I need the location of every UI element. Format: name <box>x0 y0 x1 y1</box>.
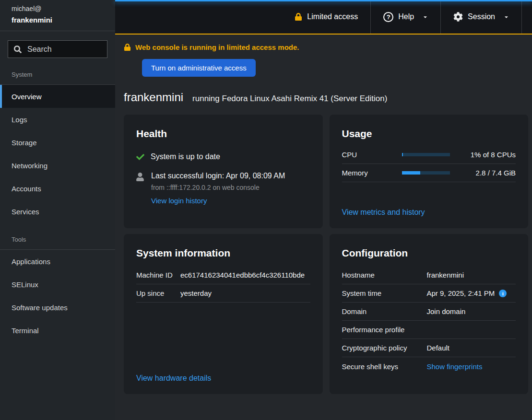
system-time-value: Apr 9, 2025, 2:41 PM i <box>427 289 516 297</box>
user-icon <box>136 173 144 181</box>
username-label: michael@ <box>12 5 104 12</box>
configuration-card-title: Configuration <box>342 247 516 259</box>
nav-section-tools: Tools Applications SELinux Software upda… <box>0 236 115 342</box>
page-header: frankenmini running Fedora Linux Asahi R… <box>124 91 528 104</box>
performance-profile-label: Performance profile <box>342 326 427 334</box>
system-time-label: System time <box>342 289 427 297</box>
gear-icon <box>453 12 463 22</box>
limited-access-banner: Web console is running in limited access… <box>124 43 528 51</box>
hostname-row-label: Hostname <box>342 271 427 279</box>
system-time-row: System time Apr 9, 2025, 2:41 PM i <box>342 284 516 303</box>
memory-usage-row: Memory 2.8 / 7.4 GiB <box>342 164 516 182</box>
search-box <box>8 40 107 58</box>
up-since-row: Up since yesterday <box>136 284 310 303</box>
app-window: michael@ frankenmini System Overview Log… <box>0 0 532 420</box>
up-since-label: Up since <box>136 289 180 297</box>
machine-id-row: Machine ID ec617416234041edbb6cf4c326110… <box>136 266 310 284</box>
system-time-text: Apr 9, 2025, 2:41 PM <box>427 289 495 297</box>
configuration-rows: Hostname frankenmini System time Apr 9, … <box>342 266 516 375</box>
sidebar-item-terminal[interactable]: Terminal <box>0 319 115 342</box>
memory-progress-fill <box>402 171 420 175</box>
performance-profile-row: Performance profile <box>342 321 516 339</box>
update-status-row: System is up to date <box>136 152 310 161</box>
nav-section-label: System <box>0 71 115 85</box>
cpu-progress-bar <box>402 153 450 156</box>
cryptographic-policy-label: Cryptographic policy <box>342 344 427 352</box>
search-icon <box>14 46 22 53</box>
cryptographic-policy-value: Default <box>427 344 516 352</box>
system-information-card: System information Machine ID ec61741623… <box>124 234 323 394</box>
search-input[interactable] <box>8 41 107 58</box>
secure-shell-keys-label: Secure shell keys <box>342 362 427 371</box>
page-title: frankenmini <box>124 91 183 104</box>
secure-shell-keys-row: Secure shell keys Show fingerprints <box>342 357 516 375</box>
help-label: Help <box>398 12 414 21</box>
usage-card-title: Usage <box>342 128 516 140</box>
sidebar-item-storage[interactable]: Storage <box>0 131 115 154</box>
sidebar-item-selinux[interactable]: SELinux <box>0 273 115 296</box>
admin-access-button[interactable]: Turn on administrative access <box>142 59 256 77</box>
view-hardware-details-link[interactable]: View hardware details <box>136 374 211 383</box>
login-source-text: from ::ffff:172.20.0.2 on web console <box>151 184 285 191</box>
chevron-down-icon <box>423 14 428 20</box>
last-login-row: Last successful login: Apr 09, 08:09 AM … <box>136 172 310 205</box>
join-domain-link[interactable]: Join domain <box>427 307 516 315</box>
session-menu-button[interactable]: Session <box>441 0 522 34</box>
help-menu-button[interactable]: ? Help <box>371 0 441 34</box>
last-login-details: Last successful login: Apr 09, 08:09 AM … <box>151 172 285 205</box>
view-login-history-link[interactable]: View login history <box>151 197 207 205</box>
sidebar-item-logs[interactable]: Logs <box>0 108 115 131</box>
limited-access-warning-text: Web console is running in limited access… <box>135 43 299 51</box>
session-label: Session <box>468 12 495 21</box>
limited-access-indicator[interactable]: Limited access <box>282 0 371 34</box>
cards-grid: Health System is up to date Last success… <box>124 115 528 401</box>
sidebar-item-software-updates[interactable]: Software updates <box>0 296 115 319</box>
usage-rows: CPU 1% of 8 CPUs Memory 2.8 / 7.4 GiB <box>342 146 516 182</box>
hostname-row: Hostname frankenmini <box>342 266 516 284</box>
info-icon[interactable]: i <box>499 290 507 297</box>
domain-row: Domain Join domain <box>342 303 516 321</box>
machine-id-label: Machine ID <box>136 271 180 279</box>
show-fingerprints-link[interactable]: Show fingerprints <box>427 362 516 371</box>
sidebar-item-overview[interactable]: Overview <box>0 85 115 108</box>
hostname-row-value: frankenmini <box>427 271 516 279</box>
sidebar-item-accounts[interactable]: Accounts <box>0 177 115 200</box>
memory-usage-value: 2.8 / 7.4 GiB <box>462 169 516 177</box>
cryptographic-policy-row: Cryptographic policy Default <box>342 339 516 357</box>
cpu-label: CPU <box>342 151 390 159</box>
help-icon: ? <box>383 12 393 22</box>
system-information-card-title: System information <box>136 247 310 259</box>
user-block: michael@ frankenmini <box>0 0 115 31</box>
overview-page: Web console is running in limited access… <box>115 35 532 420</box>
check-icon <box>136 153 144 161</box>
masthead: Limited access ? Help Session <box>115 0 532 35</box>
health-card-title: Health <box>136 128 310 140</box>
domain-label: Domain <box>342 307 427 315</box>
up-since-value: yesterday <box>180 289 310 297</box>
masthead-spacer <box>522 0 532 34</box>
update-status-text: System is up to date <box>151 152 220 161</box>
cpu-usage-value: 1% of 8 CPUs <box>462 151 516 159</box>
sidebar-item-networking[interactable]: Networking <box>0 154 115 177</box>
hostname-label: frankenmini <box>12 16 104 24</box>
last-login-text: Last successful login: Apr 09, 08:09 AM <box>151 172 285 180</box>
configuration-card: Configuration Hostname frankenmini Syste… <box>330 234 529 394</box>
lock-icon <box>295 13 302 21</box>
system-information-rows: Machine ID ec617416234041edbb6cf4c326110… <box>136 266 310 303</box>
memory-label: Memory <box>342 169 390 177</box>
sidebar-item-services[interactable]: Services <box>0 200 115 223</box>
machine-id-value: ec617416234041edbb6cf4c326110bde <box>180 271 310 279</box>
lock-icon <box>124 44 131 51</box>
memory-progress-bar <box>402 171 450 175</box>
nav-section-system: System Overview Logs Storage Networking … <box>0 71 115 223</box>
sidebar-item-applications[interactable]: Applications <box>0 250 115 273</box>
chevron-down-icon <box>504 14 509 20</box>
cpu-progress-fill <box>402 153 403 156</box>
sidebar: michael@ frankenmini System Overview Log… <box>0 0 115 420</box>
nav-section-label: Tools <box>0 236 115 250</box>
os-description: running Fedora Linux Asahi Remix 41 (Ser… <box>192 94 387 104</box>
cpu-usage-row: CPU 1% of 8 CPUs <box>342 146 516 164</box>
main-area: Limited access ? Help Session Web consol… <box>115 0 532 420</box>
limited-access-label: Limited access <box>307 12 358 21</box>
view-metrics-link[interactable]: View metrics and history <box>342 208 425 217</box>
